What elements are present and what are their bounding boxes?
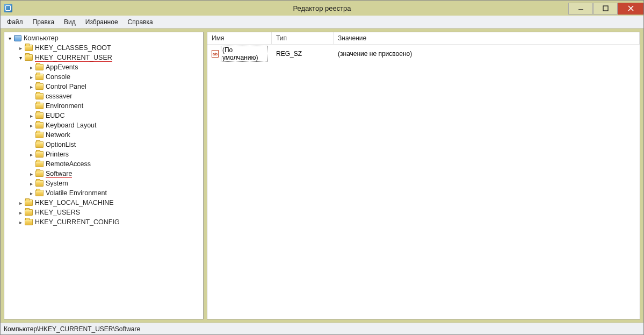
tree-node: HKEY_USERS [15, 208, 203, 217]
maximize-button[interactable] [593, 3, 618, 15]
folder-icon [35, 170, 44, 177]
tree-item-label: Keyboard Layout [46, 122, 97, 129]
tree-root: КомпьютерHKEY_CLASSES_ROOTHKEY_CURRENT_U… [4, 33, 203, 227]
expand-icon[interactable] [28, 190, 34, 196]
expand-icon[interactable] [28, 170, 34, 177]
folder-icon [25, 219, 33, 225]
menu-file[interactable]: Файл [3, 17, 27, 27]
column-type[interactable]: Тип [272, 32, 334, 44]
menu-edit[interactable]: Правка [28, 17, 59, 27]
folder-icon [35, 74, 44, 80]
tree-item-label: HKEY_CURRENT_USER [35, 54, 112, 62]
tree-item[interactable]: Volatile Environment [26, 188, 203, 198]
column-value[interactable]: Значение [334, 32, 640, 44]
tree-item-label: AppEvents [46, 63, 78, 71]
tree-item[interactable]: OptionList [26, 140, 203, 149]
statusbar: Компьютер\HKEY_CURRENT_USER\Software [1, 323, 643, 334]
tree-item-label: EUDC [46, 112, 64, 119]
folder-icon [35, 122, 44, 129]
expand-icon[interactable] [17, 199, 24, 206]
expand-icon[interactable] [28, 64, 34, 70]
tree-item[interactable]: HKEY_CLASSES_ROOT [15, 43, 203, 53]
titlebar[interactable]: Редактор реестра [1, 1, 643, 16]
collapse-icon[interactable] [6, 35, 13, 41]
column-name[interactable]: Имя [207, 32, 272, 44]
folder-icon [35, 190, 44, 196]
tree-item-label: HKEY_CURRENT_CONFIG [35, 218, 120, 226]
tree-node: Volatile Environment [26, 188, 203, 198]
menu-favorites[interactable]: Избранное [81, 17, 122, 27]
workarea: КомпьютерHKEY_CLASSES_ROOTHKEY_CURRENT_U… [1, 28, 643, 323]
tree-item[interactable]: Software [26, 169, 203, 179]
folder-icon [25, 45, 33, 51]
cell-value: (значение не присвоено) [334, 45, 640, 63]
tree-item-label: System [46, 180, 68, 187]
tree-item-label: HKEY_USERS [35, 209, 80, 216]
tree-item-label: Control Panel [46, 83, 86, 90]
expand-icon[interactable] [17, 219, 24, 225]
folder-icon [35, 93, 44, 99]
folder-icon [35, 103, 44, 109]
tree-item[interactable]: RemoteAccess [26, 159, 203, 169]
string-value-icon: ab [212, 50, 219, 58]
tree-node: csssaver [26, 91, 203, 101]
menu-help[interactable]: Справка [124, 17, 157, 27]
tree-item-label: Компьютер [24, 34, 59, 42]
folder-icon [35, 180, 44, 187]
svg-rect-1 [603, 6, 608, 11]
toggle-none [28, 132, 34, 138]
list-row[interactable]: ab(По умолчанию)REG_SZ(значение не присв… [207, 45, 640, 63]
tree-panel[interactable]: КомпьютерHKEY_CLASSES_ROOTHKEY_CURRENT_U… [4, 32, 204, 319]
tree-item[interactable]: System [26, 179, 203, 188]
tree-item[interactable]: Environment [26, 101, 203, 111]
tree-children: HKEY_CLASSES_ROOTHKEY_CURRENT_USERAppEve… [4, 43, 203, 227]
tree-item-label: Network [46, 131, 70, 139]
tree-item-label: Printers [46, 151, 69, 158]
tree-node: OptionList [26, 140, 203, 149]
toggle-none [28, 103, 34, 109]
tree-node: Environment [26, 101, 203, 111]
tree-item-label: csssaver [46, 92, 72, 100]
tree-item[interactable]: Network [26, 130, 203, 140]
tree-node: EUDC [26, 111, 203, 120]
expand-icon[interactable] [28, 112, 34, 119]
folder-icon [35, 112, 44, 119]
expand-icon[interactable] [28, 83, 34, 90]
folder-icon [35, 64, 44, 70]
tree-node: Software [26, 169, 203, 179]
folder-icon [35, 161, 44, 167]
tree-item[interactable]: HKEY_CURRENT_USER [15, 53, 203, 62]
tree-item-label: HKEY_CLASSES_ROOT [35, 44, 111, 52]
tree-item[interactable]: EUDC [26, 111, 203, 120]
tree-node: HKEY_CURRENT_CONFIG [15, 217, 203, 227]
tree-item[interactable]: HKEY_USERS [15, 208, 203, 217]
tree-item[interactable]: Control Panel [26, 82, 203, 91]
window-buttons [568, 2, 643, 15]
tree-item[interactable]: HKEY_CURRENT_CONFIG [15, 217, 203, 227]
cell-name: ab(По умолчанию) [207, 45, 272, 63]
tree-item[interactable]: Console [26, 72, 203, 82]
expand-icon[interactable] [28, 151, 34, 158]
expand-icon[interactable] [17, 209, 24, 216]
tree-node: AppEvents [26, 62, 203, 72]
tree-item[interactable]: Компьютер [4, 33, 203, 43]
close-button[interactable] [618, 3, 643, 15]
folder-icon [25, 54, 33, 61]
tree-item[interactable]: csssaver [26, 91, 203, 101]
tree-node: Network [26, 130, 203, 140]
menu-view[interactable]: Вид [60, 17, 80, 27]
tree-item[interactable]: AppEvents [26, 62, 203, 72]
collapse-icon[interactable] [17, 54, 24, 61]
list-panel[interactable]: Имя Тип Значение ab(По умолчанию)REG_SZ(… [207, 32, 640, 319]
tree-item-label: Software [46, 170, 72, 178]
tree-item[interactable]: Keyboard Layout [26, 120, 203, 130]
menubar: Файл Правка Вид Избранное Справка [1, 16, 643, 28]
tree-item-label: OptionList [46, 141, 76, 148]
expand-icon[interactable] [28, 122, 34, 129]
expand-icon[interactable] [28, 180, 34, 187]
expand-icon[interactable] [17, 45, 24, 51]
expand-icon[interactable] [28, 74, 34, 80]
tree-item[interactable]: Printers [26, 149, 203, 159]
minimize-button[interactable] [568, 3, 593, 15]
tree-item[interactable]: HKEY_LOCAL_MACHINE [15, 198, 203, 208]
